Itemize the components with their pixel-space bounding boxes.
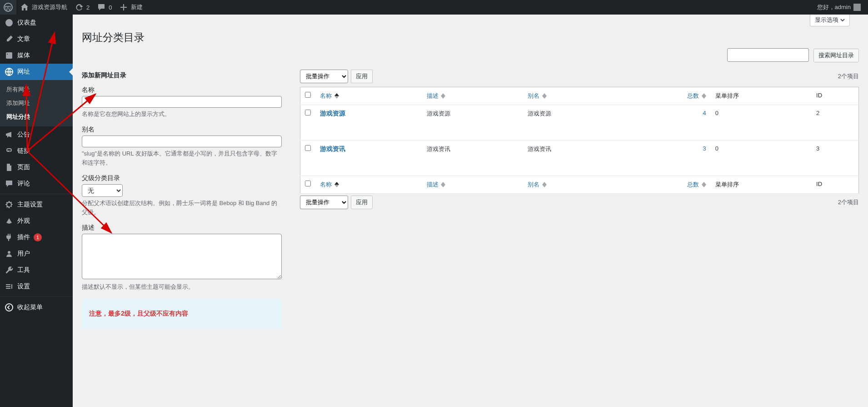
col-id-foot: ID <box>812 176 858 193</box>
slug-desc: "slug"是名称的 URL 友好版本。它通常都是小写的，并且只包含字母、数字和… <box>82 149 282 167</box>
table-row: 游戏资源游戏资源游戏资源402 <box>300 105 859 140</box>
sidebar-item-label: 评论 <box>17 180 30 188</box>
my-account-link[interactable]: 您好，admin <box>813 0 864 15</box>
sidebar-item-appearance[interactable]: 外观 <box>0 213 73 229</box>
term-desc: 游戏资讯 <box>422 140 523 176</box>
term-name-link[interactable]: 游戏资源 <box>320 110 345 117</box>
sidebar-item-settings2[interactable]: 设置 <box>0 278 73 295</box>
row-checkbox[interactable] <box>305 145 311 151</box>
select-all-top[interactable] <box>305 92 311 98</box>
bulk-action-select-top[interactable]: 批量操作 <box>300 70 348 83</box>
search-button[interactable]: 搜索网址目录 <box>813 49 859 62</box>
col-slug[interactable]: 别名 <box>523 87 624 105</box>
sidebar-item-label: 网址 <box>17 68 30 76</box>
sidebar-item-label: 外观 <box>17 217 30 225</box>
site-name-link[interactable]: 游戏资源导航 <box>16 0 71 15</box>
chevron-down-icon <box>840 18 845 22</box>
items-count-bottom: 2个项目 <box>838 198 859 206</box>
col-desc[interactable]: 描述 <box>422 87 523 105</box>
plus-icon <box>119 3 128 12</box>
notice-text: 注意，最多2级，且父级不应有内容 <box>89 310 274 318</box>
name-input[interactable] <box>82 96 282 108</box>
sidebar-item-label: 页面 <box>17 163 30 171</box>
desc-label: 描述 <box>82 224 282 232</box>
sidebar-item-comments[interactable]: 评论 <box>0 176 73 192</box>
sidebar-item-collapse[interactable]: 收起菜单 <box>0 299 73 316</box>
sidebar-item-settings[interactable]: 主题设置 <box>0 196 73 213</box>
wp-logo[interactable] <box>0 0 16 15</box>
dashboard-icon <box>5 18 14 27</box>
sidebar-item-label: 仪表盘 <box>17 19 36 27</box>
col-name[interactable]: 名称 <box>315 87 422 105</box>
new-label: 新建 <box>131 3 143 11</box>
apply-button-bottom[interactable]: 应用 <box>351 196 373 209</box>
sidebar-item-label: 文章 <box>17 35 30 43</box>
comments-icon <box>5 179 14 188</box>
term-desc: 游戏资源 <box>422 105 523 140</box>
col-count[interactable]: 总数 <box>624 87 710 105</box>
sidebar-item-label: 链接 <box>17 147 30 155</box>
bulk-action-select-bottom[interactable]: 批量操作 <box>300 196 348 209</box>
submenu-item[interactable]: 添加网址 <box>0 96 73 110</box>
menu-separator <box>0 295 73 297</box>
settings2-icon <box>5 282 14 291</box>
sidebar-item-links[interactable]: 链接 <box>0 143 73 159</box>
pages-icon <box>5 163 14 172</box>
collapse-icon <box>5 303 14 312</box>
term-order: 0 <box>711 105 812 140</box>
slug-input[interactable] <box>82 136 282 147</box>
update-icon <box>75 3 84 12</box>
plugins-icon <box>5 233 14 242</box>
greeting-text: 您好，admin <box>817 3 851 11</box>
sidebar-item-label: 设置 <box>17 282 30 291</box>
col-order-foot: 菜单排序 <box>711 176 812 193</box>
comments-link[interactable]: 0 <box>93 0 115 15</box>
avatar <box>853 4 861 11</box>
admin-sidebar: 仪表盘文章媒体网址所有网址添加网址网址分类公告链接页面评论主题设置外观插件1用户… <box>0 15 73 407</box>
sidebar-item-dashboard[interactable]: 仪表盘 <box>0 15 73 31</box>
term-count-link[interactable]: 3 <box>703 145 706 152</box>
sidebar-item-pages[interactable]: 页面 <box>0 159 73 176</box>
sidebar-item-megaphone[interactable]: 公告 <box>0 126 73 143</box>
sidebar-item-tools[interactable]: 工具 <box>0 262 73 278</box>
search-input[interactable] <box>727 48 809 62</box>
sidebar-item-label: 插件 <box>17 233 30 241</box>
media-icon <box>5 51 14 60</box>
sidebar-item-posts[interactable]: 文章 <box>0 31 73 47</box>
form-heading: 添加新网址目录 <box>82 71 282 80</box>
new-content-link[interactable]: 新建 <box>115 0 146 15</box>
parent-desc: 分配父术语以创建层次结构。例如，爵士乐一词将是 Bebop 和 Big Band… <box>82 199 282 216</box>
col-id: ID <box>812 87 858 105</box>
megaphone-icon <box>5 130 14 139</box>
page-title: 网址分类目录 <box>82 26 859 46</box>
term-count-link[interactable]: 4 <box>703 110 706 116</box>
sidebar-item-plugins[interactable]: 插件1 <box>0 229 73 246</box>
updates-link[interactable]: 2 <box>71 0 93 15</box>
comments-count: 0 <box>109 4 112 11</box>
submenu-item[interactable]: 网址分类 <box>0 110 73 124</box>
col-count-foot[interactable]: 总数 <box>624 176 710 193</box>
parent-select[interactable]: 无 <box>82 184 123 197</box>
col-name-foot[interactable]: 名称 <box>315 176 422 193</box>
select-all-bottom[interactable] <box>305 181 311 186</box>
col-desc-foot[interactable]: 描述 <box>422 176 523 193</box>
site-name: 游戏资源导航 <box>32 3 67 11</box>
term-name-link[interactable]: 游戏资讯 <box>320 145 345 152</box>
terms-table: 名称 描述 别名 总数 菜单排序 ID <box>300 87 859 194</box>
submenu-item[interactable]: 所有网址 <box>0 83 73 96</box>
site-icon <box>5 67 14 76</box>
term-order: 0 <box>711 140 812 176</box>
apply-button-top[interactable]: 应用 <box>351 70 373 83</box>
term-id: 2 <box>812 105 858 140</box>
screen-options-toggle[interactable]: 显示选项 <box>810 15 850 26</box>
submenu: 所有网址添加网址网址分类 <box>0 80 73 126</box>
name-desc: 名称是它在您网站上的显示方式。 <box>82 110 282 119</box>
sidebar-item-site[interactable]: 网址 <box>0 64 73 80</box>
sidebar-item-users[interactable]: 用户 <box>0 246 73 262</box>
desc-textarea[interactable] <box>82 234 282 279</box>
name-label: 名称 <box>82 86 282 94</box>
row-checkbox[interactable] <box>305 110 311 116</box>
sidebar-item-label: 公告 <box>17 131 30 139</box>
col-slug-foot[interactable]: 别名 <box>523 176 624 193</box>
sidebar-item-media[interactable]: 媒体 <box>0 47 73 64</box>
